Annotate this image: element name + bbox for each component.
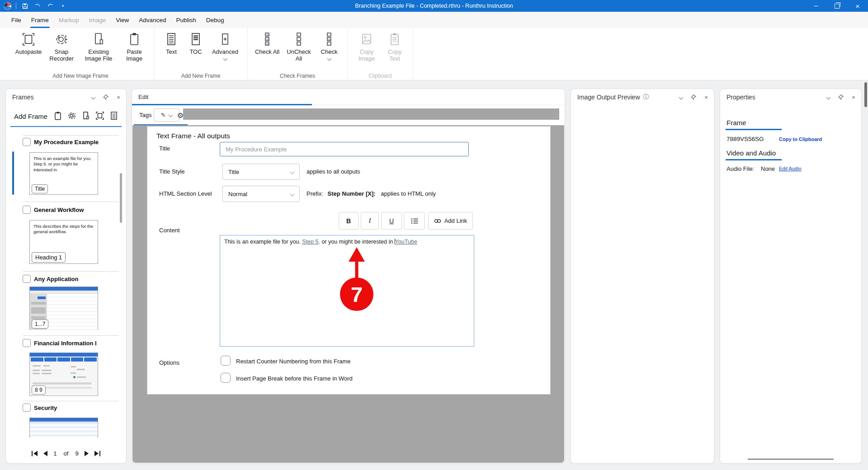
frame-thumbnail[interactable]: This is an example file for you. Step 5.… [29,152,98,195]
html-section-level-dropdown[interactable]: Normal [222,186,300,202]
first-page-icon[interactable] [31,451,38,456]
edit-panel: Edit Tags ✎ ⚙ Text Frame - All outputs T… [132,89,565,464]
menu-image: Image [84,12,111,28]
frame-thumbnail[interactable]: This describes the steps for the general… [29,220,98,264]
title-style-label: Title Style [159,168,185,175]
frames-close-icon[interactable]: × [115,94,122,100]
bullet-list-icon [411,218,418,224]
bold-button[interactable]: B [339,212,359,230]
frame-thumbnail[interactable]: 8 9 [29,352,98,396]
last-page-icon[interactable] [94,451,101,456]
next-page-icon[interactable] [84,451,90,456]
window-title: Branching Example File - Completed.rthru… [0,3,868,9]
menu-file[interactable]: File [6,12,26,28]
frame-checkbox[interactable] [23,138,31,146]
iop-close-icon[interactable]: × [703,94,709,100]
info-icon[interactable]: ⓘ [643,93,649,101]
title-style-dropdown[interactable]: Title [222,164,300,180]
check-dropdown-chevron-icon[interactable] [327,56,331,61]
menu-publish[interactable]: Publish [171,12,201,28]
italic-button[interactable]: I [361,212,379,230]
paste-image-button[interactable]: Paste Image [119,30,149,64]
menu-advanced[interactable]: Advanced [134,12,171,28]
title-field-label: Title [159,145,170,152]
snap-recorder-button[interactable]: Snap Recorder [45,30,78,64]
copy-to-clipboard-link[interactable]: Copy to Clipboard [779,136,822,142]
toc-button[interactable]: TOC [184,30,208,56]
minimize-button[interactable] [806,0,826,12]
titlebar-divider [16,3,16,9]
underline-button[interactable]: U [381,212,402,230]
add-image-file-icon[interactable] [82,111,90,122]
autopaste-button[interactable]: Autopaste [12,30,45,56]
page-break-label: Insert Page Break before this Frame in W… [236,375,353,382]
previous-page-icon[interactable] [42,451,48,456]
add-link-button[interactable]: Add Link [428,212,473,230]
tags-label: Tags [139,112,151,118]
frame-checkbox[interactable] [23,339,31,347]
save-icon[interactable] [21,2,29,9]
properties-resize-handle[interactable] [748,459,834,460]
options-label: Options [159,359,179,366]
menu-frame[interactable]: Frame [26,12,54,28]
edit-audio-link[interactable]: Edit Audio [779,166,802,171]
existing-image-file-button[interactable]: Existing Image File [78,30,119,64]
menu-view[interactable]: View [111,12,134,28]
content-editor[interactable]: This is an example file for you. Step 5.… [220,235,474,347]
frame-checkbox[interactable] [23,206,31,214]
existing-image-file-icon [91,32,106,47]
ribbon-group-add-new-frame: Text TOC Advanced Add New Frame [154,28,248,80]
add-snap-recorder-icon[interactable] [67,111,76,122]
frame-thumbnail[interactable] [29,418,98,438]
frame-checkbox[interactable] [23,404,31,412]
restore-button[interactable] [826,0,847,12]
paste-image-icon [127,32,142,47]
frames-list-scrollbar[interactable] [120,173,122,223]
frame-thumbnail[interactable]: 1...7 [29,287,98,330]
advanced-frame-button[interactable]: Advanced [208,30,243,61]
window-scrollbar-thumb[interactable] [864,82,867,107]
pencil-icon: ✎ [161,112,166,118]
frame-checkbox[interactable] [23,275,31,283]
content-link-youtube[interactable]: YouTube [395,239,417,245]
add-autopaste-icon[interactable] [95,111,104,122]
ribbon-group-label: Check Frames [248,73,347,79]
check-button[interactable]: Check [316,30,343,61]
text-frame-button[interactable]: Text [159,30,184,56]
iop-pin-icon[interactable] [690,94,697,100]
frames-collapse-chevron-icon[interactable] [90,94,96,100]
properties-collapse-chevron-icon[interactable] [825,94,831,100]
menu-markup: Markup [54,12,84,28]
add-paste-frame-icon[interactable] [54,111,62,122]
page-break-checkbox[interactable] [221,373,231,383]
close-button[interactable]: × [847,0,868,12]
edit-tab[interactable]: Edit [138,94,148,100]
title-input[interactable] [220,142,469,156]
undo-icon[interactable] [33,2,42,9]
app-logo-icon [4,2,11,10]
copy-text-button: Copy Text [381,30,408,64]
advanced-dropdown-chevron-icon[interactable] [223,56,227,61]
uncheck-all-icon [292,32,306,47]
properties-pin-icon[interactable] [838,94,844,100]
frame-badge: Heading 1 [32,252,66,263]
iop-collapse-chevron-icon[interactable] [678,94,684,100]
selected-frame-indicator [12,151,14,195]
frames-pin-icon[interactable] [103,94,109,100]
frame-edit-form: Text Frame - All outputs Title Title Sty… [147,126,551,395]
redo-icon[interactable] [46,2,54,9]
prefix-scope-note: applies to HTML only [381,190,436,197]
bullet-list-button[interactable] [404,212,425,230]
quick-access-dropdown-icon[interactable]: ▾ [59,2,67,9]
uncheck-all-button[interactable]: UnCheck All [282,30,316,64]
add-text-frame-icon[interactable] [110,111,118,122]
autopaste-icon [21,32,36,47]
check-all-button[interactable]: Check All [252,30,282,56]
content-link-step5[interactable]: Step 5 [302,239,318,245]
image-output-preview-title: Image Output Preview [577,94,640,101]
restart-counter-checkbox[interactable] [221,356,231,366]
frame-badge: Title [32,184,48,193]
link-icon [434,218,441,224]
menu-debug[interactable]: Debug [201,12,229,28]
properties-close-icon[interactable]: × [850,94,857,100]
